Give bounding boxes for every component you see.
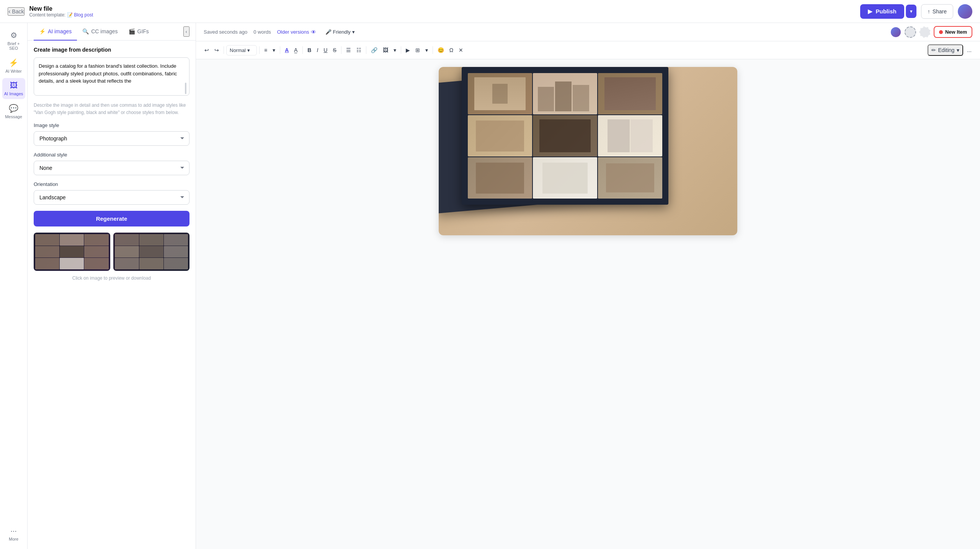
toolbar-separator-1 bbox=[224, 46, 224, 54]
panel: ⚡ AI images 🔍 CC images 🎬 GIFs ‹ Create … bbox=[28, 23, 196, 549]
thumbnails bbox=[34, 233, 189, 271]
share-icon: ↑ bbox=[928, 8, 930, 15]
align-left-button[interactable]: ≡ bbox=[262, 45, 270, 55]
tab-cc-images[interactable]: 🔍 CC images bbox=[77, 23, 123, 41]
format-label: Normal bbox=[230, 47, 246, 53]
older-versions-link[interactable]: Older versions 👁 bbox=[277, 29, 316, 35]
thumbnail-1[interactable] bbox=[34, 233, 110, 271]
main-image[interactable] bbox=[439, 67, 737, 235]
publish-dropdown-button[interactable]: ▾ bbox=[906, 5, 916, 18]
format-dropdown[interactable]: Normal ▾ bbox=[226, 45, 257, 55]
file-info: New file Content template: 📝 Blog post bbox=[29, 5, 93, 18]
publish-label: Publish bbox=[875, 8, 896, 15]
table-button[interactable]: ⊞ bbox=[413, 45, 422, 55]
panel-tabs: ⚡ AI images 🔍 CC images 🎬 GIFs ‹ bbox=[28, 23, 196, 41]
sidebar-item-message[interactable]: 💬 Message bbox=[2, 101, 25, 122]
regenerate-button[interactable]: Regenerate bbox=[34, 211, 189, 226]
emoji-button[interactable]: 😊 bbox=[435, 45, 446, 55]
toolbar-separator-6 bbox=[366, 46, 366, 54]
ai-images-icon: 🖼 bbox=[10, 81, 18, 90]
special-chars-button[interactable]: Ω bbox=[447, 45, 456, 55]
share-button[interactable]: ↑ Share bbox=[921, 4, 953, 19]
blog-post-link[interactable]: 📝 Blog post bbox=[67, 12, 93, 18]
panel-collapse-button[interactable]: ‹ bbox=[183, 26, 189, 37]
share-label: Share bbox=[933, 8, 947, 15]
catalog-cell-8 bbox=[533, 157, 597, 199]
collaborator-avatar-1 bbox=[890, 26, 902, 38]
play-button[interactable]: ▶ bbox=[403, 45, 412, 55]
tab-ai-images-label: AI images bbox=[48, 28, 72, 34]
text-color-button[interactable]: A bbox=[283, 45, 291, 55]
strikethrough-button[interactable]: S bbox=[330, 45, 338, 55]
regenerate-label: Regenerate bbox=[96, 215, 127, 222]
prompt-textarea[interactable] bbox=[34, 57, 189, 96]
underline-button[interactable]: U bbox=[321, 45, 330, 55]
redo-button[interactable]: ↪ bbox=[212, 45, 221, 55]
sidebar-item-label: AI Writer bbox=[5, 69, 22, 73]
more-icon: ··· bbox=[10, 526, 17, 535]
editor-toolbar: ↩ ↪ Normal ▾ ≡ ▾ A A̲ B I U S ☰ ☷ 🔗 🖼 ▾ bbox=[196, 41, 980, 59]
tab-gifs[interactable]: 🎬 GIFs bbox=[123, 23, 154, 41]
main-layout: ⚙ Brief + SEO ⚡ AI Writer 🖼 AI Images 💬 … bbox=[0, 23, 980, 549]
clear-format-button[interactable]: ✕ bbox=[456, 45, 466, 55]
toolbar-separator-4 bbox=[302, 46, 303, 54]
sidebar-item-label: Brief + SEO bbox=[4, 41, 24, 51]
header-right: ▶ Publish ▾ ↑ Share bbox=[860, 4, 972, 19]
ellipsis-icon: ... bbox=[967, 47, 972, 53]
saved-status: Saved seconds ago bbox=[204, 29, 247, 35]
user-avatar[interactable] bbox=[958, 4, 972, 19]
highlight-button[interactable]: A̲ bbox=[292, 45, 300, 55]
orientation-label: Orientation bbox=[34, 181, 189, 187]
book-front bbox=[462, 67, 668, 205]
ai-writer-icon: ⚡ bbox=[9, 58, 18, 67]
image-dropdown-button[interactable]: ▾ bbox=[391, 45, 399, 55]
new-item-button[interactable]: New Item bbox=[934, 26, 972, 38]
catalog-cell-1 bbox=[468, 73, 532, 114]
top-header: ‹ Back New file Content template: 📝 Blog… bbox=[0, 0, 980, 23]
catalog-cell-7 bbox=[468, 157, 532, 199]
toolbar-separator-8 bbox=[433, 46, 433, 54]
catalog-cell-5 bbox=[533, 115, 597, 156]
link-button[interactable]: 🔗 bbox=[369, 45, 380, 55]
sidebar-item-more[interactable]: ··· More bbox=[2, 523, 25, 544]
toolbar-separator-3 bbox=[280, 46, 280, 54]
align-dropdown-button[interactable]: ▾ bbox=[270, 45, 278, 55]
catalog-cell-2 bbox=[533, 73, 597, 114]
catalog-cell-6 bbox=[598, 115, 662, 156]
ordered-list-button[interactable]: ☷ bbox=[354, 45, 364, 55]
blog-icon: 📝 bbox=[67, 12, 73, 18]
catalog-cell-3 bbox=[598, 73, 662, 114]
italic-button[interactable]: I bbox=[314, 45, 320, 55]
publish-button[interactable]: ▶ Publish bbox=[860, 4, 904, 19]
bold-button[interactable]: B bbox=[305, 45, 314, 55]
tone-selector[interactable]: 🎤 Friendly ▾ bbox=[322, 28, 358, 36]
sidebar-item-brief-seo[interactable]: ⚙ Brief + SEO bbox=[2, 28, 25, 54]
panel-content: Create image from description Describe t… bbox=[28, 41, 196, 549]
tab-gifs-label: GIFs bbox=[137, 28, 149, 34]
additional-style-label: Additional style bbox=[34, 152, 189, 158]
editing-label: Editing bbox=[938, 47, 955, 53]
back-label: Back bbox=[12, 8, 24, 15]
sidebar-item-label: AI Images bbox=[4, 91, 23, 96]
additional-style-select[interactable]: None Cinematic Vintage Minimalist bbox=[34, 161, 189, 175]
toolbar-right: ✏ Editing ▾ ... bbox=[928, 44, 974, 56]
undo-button[interactable]: ↩ bbox=[202, 45, 211, 55]
scroll-indicator bbox=[185, 83, 186, 94]
sidebar-item-ai-images[interactable]: 🖼 AI Images bbox=[2, 78, 25, 99]
tab-ai-images[interactable]: ⚡ AI images bbox=[34, 23, 77, 41]
pencil-icon: ✏ bbox=[931, 47, 936, 53]
orientation-select[interactable]: Landscape Portrait Square bbox=[34, 190, 189, 205]
image-button[interactable]: 🖼 bbox=[381, 45, 390, 55]
back-button[interactable]: ‹ Back bbox=[8, 7, 24, 16]
thumbnail-2[interactable] bbox=[113, 233, 190, 271]
table-dropdown-button[interactable]: ▾ bbox=[423, 45, 430, 55]
editing-button[interactable]: ✏ Editing ▾ bbox=[928, 44, 964, 56]
sidebar-item-ai-writer[interactable]: ⚡ AI Writer bbox=[2, 55, 25, 77]
bullet-list-button[interactable]: ☰ bbox=[344, 45, 353, 55]
more-options-button[interactable]: ... bbox=[965, 45, 974, 55]
mic-icon: 🎤 bbox=[325, 29, 332, 35]
chevron-down-icon: ▾ bbox=[247, 47, 250, 53]
play-icon: ▶ bbox=[868, 8, 872, 15]
image-style-select[interactable]: Photograph Illustration 3D Render Sketch… bbox=[34, 131, 189, 146]
gifs-tab-icon: 🎬 bbox=[129, 28, 135, 34]
